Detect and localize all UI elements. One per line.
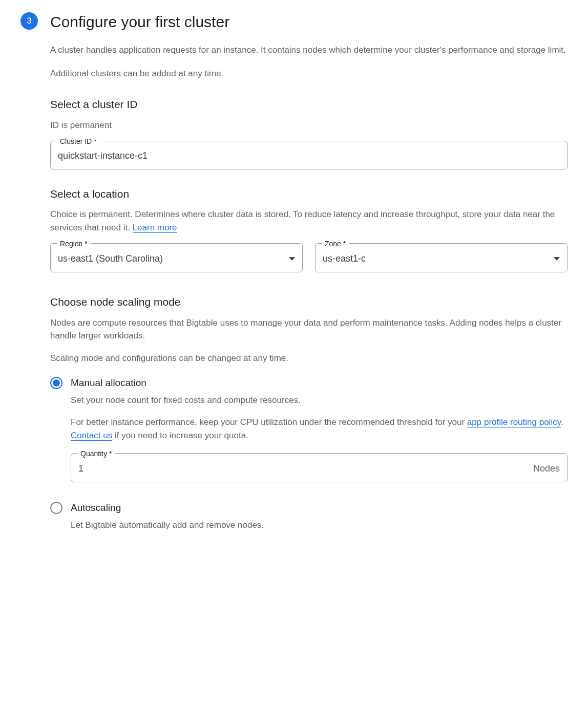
zone-value: us-east1-c — [323, 252, 550, 266]
quantity-label: Quantity * — [77, 448, 115, 459]
region-label: Region * — [57, 239, 91, 249]
quantity-input[interactable] — [78, 463, 533, 474]
manual-title: Manual allocation — [71, 376, 568, 391]
zone-select[interactable]: Zone * us-east1-c — [315, 243, 568, 272]
cluster-id-input[interactable] — [58, 151, 560, 161]
cluster-id-field[interactable]: Cluster ID * — [50, 141, 568, 169]
step-description-1: A cluster handles application requests f… — [50, 44, 568, 57]
location-caption: Choice is permanent. Determines where cl… — [50, 208, 568, 234]
step-number-badge: 3 — [20, 12, 38, 30]
scaling-option-manual[interactable]: Manual allocation Set your node count fo… — [50, 376, 568, 487]
manual-desc: Set your node count for fixed costs and … — [71, 394, 568, 407]
quantity-suffix: Nodes — [533, 462, 560, 476]
zone-label: Zone * — [322, 239, 349, 249]
scaling-heading: Choose node scaling mode — [50, 294, 568, 310]
manual-perf-note: For better instance performance, keep yo… — [71, 416, 568, 442]
contact-us-link[interactable]: Contact us — [71, 431, 112, 441]
learn-more-link[interactable]: Learn more — [133, 223, 177, 233]
autoscaling-desc: Let Bigtable automatically add and remov… — [71, 519, 568, 532]
chevron-down-icon — [289, 257, 295, 261]
cluster-id-heading: Select a cluster ID — [50, 96, 568, 113]
region-value: us-east1 (South Carolina) — [58, 252, 285, 266]
quantity-field[interactable]: Quantity * Nodes — [71, 453, 568, 482]
autoscaling-title: Autoscaling — [71, 501, 568, 516]
scaling-option-autoscaling[interactable]: Autoscaling Let Bigtable automatically a… — [50, 501, 568, 541]
radio-manual[interactable] — [50, 377, 62, 389]
location-heading: Select a location — [50, 186, 568, 202]
routing-policy-link[interactable]: app profile routing policy — [467, 417, 561, 427]
step-title: Configure your first cluster — [50, 10, 568, 33]
region-select[interactable]: Region * us-east1 (South Carolina) — [50, 243, 303, 272]
radio-autoscaling[interactable] — [50, 502, 62, 514]
scaling-desc-1: Nodes are compute resources that Bigtabl… — [50, 316, 568, 343]
cluster-id-label: Cluster ID * — [57, 136, 100, 147]
chevron-down-icon — [554, 257, 560, 261]
scaling-desc-2: Scaling mode and configurations can be c… — [50, 352, 568, 365]
cluster-id-caption: ID is permanent — [50, 119, 568, 132]
step-description-2: Additional clusters can be added at any … — [50, 67, 568, 80]
